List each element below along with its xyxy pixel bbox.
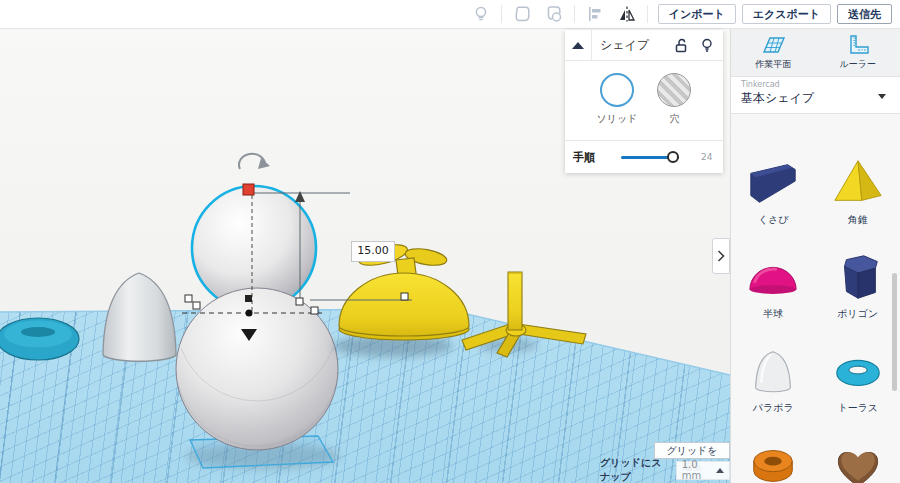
snap-grid-value: 1.0 mm [682, 459, 716, 481]
align-icon[interactable] [584, 3, 606, 25]
shape-tube[interactable] [731, 418, 816, 483]
shape-inspector-panel: シェイプ ソリッド 穴 手順 24 [565, 30, 723, 173]
heart-icon [827, 438, 889, 483]
steps-slider-value: 24 [701, 152, 712, 162]
workplane-label: 作業平面 [755, 58, 791, 71]
shape-hemisphere[interactable]: 半球 [731, 230, 816, 320]
height-handle[interactable] [243, 184, 254, 195]
divider [591, 30, 592, 60]
library-dropdown[interactable]: Tinkercad 基本シェイプ [731, 77, 900, 114]
shape-label: ポリゴン [837, 307, 878, 320]
library-selected: 基本シェイプ [741, 90, 900, 107]
ruler-label: ルーラー [840, 58, 876, 71]
shape-pyramid[interactable]: 角錐 [816, 136, 900, 226]
tube-icon [742, 438, 804, 483]
top-toolbar: インポート エクスポート 送信先 [0, 0, 900, 29]
polygon-icon [827, 250, 889, 304]
hole-option[interactable]: 穴 [657, 73, 691, 140]
group-icon[interactable] [511, 3, 533, 25]
torus-icon [827, 344, 889, 398]
dimension-input[interactable]: 15.00 [351, 241, 395, 262]
workplane-tool[interactable]: 作業平面 [731, 28, 816, 76]
solid-label: ソリッド [597, 112, 638, 126]
object-paraboloid[interactable] [103, 273, 176, 361]
caret-down-icon [878, 94, 886, 99]
lock-icon[interactable] [671, 38, 691, 53]
ruler-tool[interactable]: ルーラー [816, 28, 900, 76]
shape-label: パラボラ [753, 401, 794, 414]
snap-grid-label: グリッドにスナップ [600, 456, 670, 483]
mirror-icon[interactable] [616, 3, 638, 25]
hole-swatch [657, 73, 691, 107]
solid-swatch [600, 73, 634, 107]
steps-slider-label: 手順 [573, 150, 613, 165]
panel-title: シェイプ [600, 37, 671, 54]
toolbar-separator [574, 5, 575, 23]
pyramid-icon [827, 156, 889, 210]
shape-wedge[interactable]: くさび [731, 136, 816, 226]
snap-grid-dropdown[interactable]: 1.0 mm [676, 461, 730, 480]
lightbulb-icon[interactable] [697, 38, 717, 53]
send-to-button[interactable]: 送信先 [837, 4, 892, 24]
toolbar-separator [647, 5, 648, 23]
shape-label: くさび [758, 213, 789, 226]
solid-option[interactable]: ソリッド [597, 73, 638, 140]
steps-slider[interactable] [621, 156, 679, 159]
panel-collapse-button[interactable] [565, 42, 591, 49]
hole-label: 穴 [669, 112, 679, 126]
sidebar-scrollbar[interactable] [892, 273, 897, 391]
hemisphere-icon [742, 250, 804, 304]
ruler-icon [846, 34, 870, 56]
object-torus[interactable] [0, 318, 79, 360]
slider-knob[interactable] [667, 151, 679, 163]
lightbulb-icon[interactable] [470, 3, 492, 25]
paraboloid-icon [742, 344, 804, 398]
ungroup-icon[interactable] [543, 3, 565, 25]
caret-up-icon [716, 468, 724, 473]
workplane-icon [760, 34, 786, 56]
sidebar-collapse-button[interactable] [712, 238, 730, 274]
shape-paraboloid[interactable]: パラボラ [731, 324, 816, 414]
import-button[interactable]: インポート [658, 4, 736, 24]
chevron-right-icon [717, 250, 725, 262]
shape-library-sidebar: 作業平面 ルーラー Tinkercad 基本シェイプ くさび [730, 28, 900, 483]
export-button[interactable]: エクスポート [742, 4, 831, 24]
shape-heart[interactable] [816, 418, 900, 483]
shape-torus[interactable]: トーラス [816, 324, 900, 414]
shape-label: 半球 [763, 307, 783, 320]
shape-gallery: くさび 角錐 半球 ポリゴン [731, 114, 900, 483]
toolbar-separator [501, 5, 502, 23]
shape-label: 角錐 [848, 213, 868, 226]
triangle-up-icon [572, 42, 584, 49]
library-brand: Tinkercad [741, 80, 900, 89]
shape-polygon[interactable]: ポリゴン [816, 230, 900, 320]
wedge-icon [742, 156, 804, 210]
shape-label: トーラス [837, 401, 878, 414]
